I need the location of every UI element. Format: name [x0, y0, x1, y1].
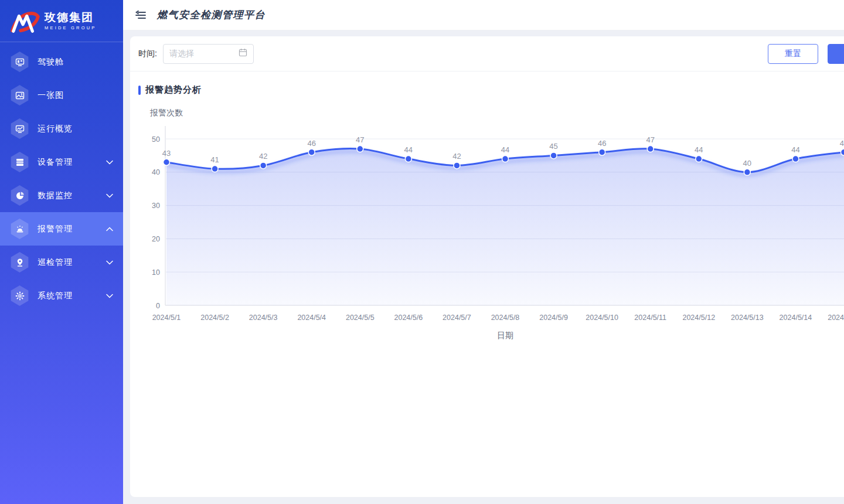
- svg-text:43: 43: [162, 149, 171, 158]
- svg-text:45: 45: [549, 142, 557, 151]
- svg-text:2024/5/5: 2024/5/5: [346, 314, 375, 322]
- sidebar-item-device-mgmt[interactable]: 设备管理: [0, 145, 123, 179]
- sidebar-item-data-monitor[interactable]: 数据监控: [0, 179, 123, 212]
- svg-text:2024/5/2: 2024/5/2: [200, 314, 229, 322]
- svg-text:46: 46: [840, 139, 844, 148]
- meide-logo-icon: [8, 9, 40, 33]
- chevron-down-icon: [106, 193, 113, 198]
- date-picker-input[interactable]: 请选择: [163, 44, 254, 64]
- svg-text:47: 47: [356, 135, 364, 144]
- svg-text:44: 44: [501, 145, 509, 154]
- alarm-icon: [10, 219, 29, 239]
- svg-text:47: 47: [646, 135, 654, 144]
- svg-text:44: 44: [404, 145, 413, 154]
- filter-bar: 时间: 请选择 重置 查询: [130, 36, 844, 71]
- section-header: 报警趋势分析: [138, 84, 844, 96]
- gear-icon: [10, 285, 29, 306]
- sidebar-item-overview[interactable]: 运行概览: [0, 112, 123, 145]
- svg-text:42: 42: [259, 152, 267, 161]
- page-title: 燃气安全检测管理平台: [157, 8, 266, 22]
- svg-text:44: 44: [695, 145, 703, 154]
- sidebar-item-alarm-mgmt[interactable]: 报警管理: [0, 212, 123, 246]
- calendar-icon: [239, 48, 247, 59]
- svg-text:2024/5/13: 2024/5/13: [731, 314, 764, 322]
- svg-text:2024/5/9: 2024/5/9: [539, 314, 568, 322]
- monitor-icon: [10, 118, 29, 139]
- dashboard-icon: [10, 52, 29, 72]
- svg-text:40: 40: [743, 159, 751, 168]
- sidebar-item-label: 设备管理: [38, 157, 73, 168]
- svg-text:0: 0: [156, 302, 160, 310]
- pin-icon: [10, 252, 29, 273]
- svg-text:46: 46: [307, 139, 315, 148]
- sidebar-item-label: 巡检管理: [38, 257, 73, 268]
- svg-text:20: 20: [152, 235, 160, 243]
- svg-text:41: 41: [210, 155, 219, 164]
- sidebar-item-label: 数据监控: [38, 190, 73, 201]
- chevron-down-icon: [106, 160, 113, 165]
- map-icon: [10, 85, 29, 105]
- section-title: 报警趋势分析: [145, 84, 202, 96]
- sidebar-item-label: 报警管理: [38, 224, 73, 234]
- svg-text:30: 30: [152, 202, 160, 210]
- svg-text:2024/5/3: 2024/5/3: [249, 314, 278, 322]
- svg-text:10: 10: [152, 268, 160, 277]
- section-accent-bar: [138, 86, 141, 95]
- alarm-trend-chart: 4341424647444244454647444044460102030405…: [130, 100, 844, 352]
- sidebar-item-patrol-mgmt[interactable]: 巡检管理: [0, 246, 123, 279]
- sidebar: 玫德集团 MEIDE GROUP 驾驶舱 一张图 运行概览: [0, 0, 123, 504]
- sidebar-item-label: 运行概览: [38, 124, 73, 134]
- svg-text:2024/5/15: 2024/5/15: [828, 314, 844, 322]
- svg-text:2024/5/7: 2024/5/7: [443, 314, 471, 322]
- collapse-sidebar-icon[interactable]: [135, 10, 148, 21]
- svg-text:42: 42: [452, 152, 461, 161]
- chevron-down-icon: [106, 260, 113, 265]
- svg-text:2024/5/11: 2024/5/11: [634, 314, 666, 322]
- svg-text:44: 44: [791, 145, 799, 154]
- chevron-up-icon: [106, 227, 113, 231]
- svg-text:2024/5/8: 2024/5/8: [491, 314, 520, 322]
- query-button[interactable]: 查询: [828, 44, 844, 64]
- trend-chart-svg: 4341424647444244454647444044460102030405…: [130, 100, 844, 352]
- logo: 玫德集团 MEIDE GROUP: [0, 0, 123, 42]
- content-card: 时间: 请选择 重置 查询 报警趋势分析 4341424647444244454…: [130, 36, 844, 497]
- svg-text:日期: 日期: [497, 331, 513, 340]
- svg-text:2024/5/14: 2024/5/14: [780, 314, 812, 322]
- svg-text:2024/5/12: 2024/5/12: [682, 314, 715, 322]
- chevron-down-icon: [106, 294, 113, 298]
- time-filter-label: 时间:: [138, 49, 157, 59]
- sidebar-item-system-mgmt[interactable]: 系统管理: [0, 279, 123, 312]
- device-icon: [10, 152, 29, 172]
- svg-text:2024/5/6: 2024/5/6: [394, 314, 423, 322]
- svg-text:2024/5/10: 2024/5/10: [586, 314, 618, 322]
- sidebar-item-label: 系统管理: [38, 291, 73, 301]
- svg-text:2024/5/1: 2024/5/1: [152, 314, 181, 322]
- company-name: 玫德集团: [45, 11, 97, 24]
- sidebar-item-map[interactable]: 一张图: [0, 79, 123, 112]
- svg-text:50: 50: [152, 135, 160, 144]
- sidebar-nav: 驾驶舱 一张图 运行概览 设备管理: [0, 42, 123, 312]
- top-header: 燃气安全检测管理平台: [123, 0, 844, 30]
- pie-icon: [10, 185, 29, 206]
- svg-text:40: 40: [152, 168, 160, 176]
- svg-text:报警次数: 报警次数: [149, 108, 183, 117]
- sidebar-item-cockpit[interactable]: 驾驶舱: [0, 45, 123, 79]
- sidebar-item-label: 一张图: [38, 90, 64, 101]
- svg-text:2024/5/4: 2024/5/4: [297, 314, 326, 322]
- reset-button[interactable]: 重置: [768, 44, 818, 64]
- svg-text:46: 46: [598, 139, 606, 148]
- company-name-en: MEIDE GROUP: [45, 25, 97, 30]
- date-placeholder: 请选择: [169, 49, 239, 59]
- sidebar-item-label: 驾驶舱: [38, 57, 64, 67]
